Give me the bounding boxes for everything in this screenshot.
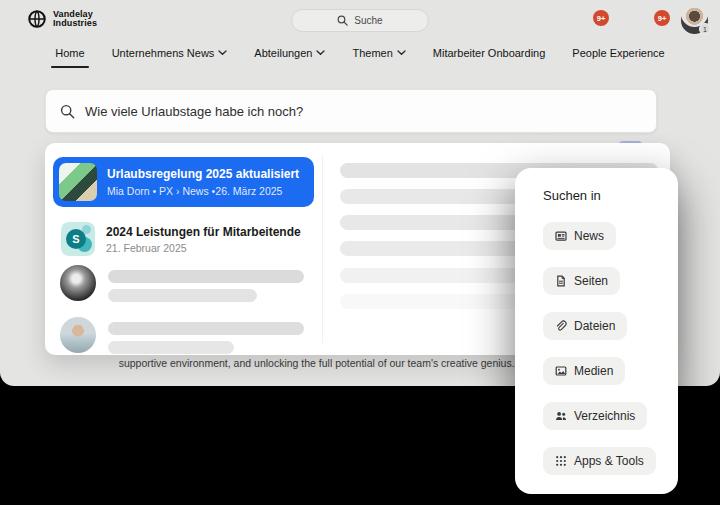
skeleton-bar xyxy=(108,270,304,283)
nav-item-home[interactable]: Home xyxy=(55,47,84,59)
directory-icon xyxy=(555,410,567,422)
search-icon xyxy=(60,104,75,119)
avatar-count-badge: 1 xyxy=(699,23,711,35)
filter-panel-title: Suchen in xyxy=(543,188,601,203)
filter-chip-dateien[interactable]: Dateien xyxy=(543,312,627,340)
header-search-button[interactable]: Suche xyxy=(291,9,429,32)
skeleton-bar xyxy=(108,289,257,302)
search-filter-panel: Suchen in News Seiten xyxy=(515,168,678,494)
main-nav: Home Unternehmens News Abteilungen Theme… xyxy=(0,47,720,59)
nav-item-unternehmens-news[interactable]: Unternehmens News xyxy=(112,47,228,59)
avatar[interactable] xyxy=(60,265,96,301)
brand-name: Vandelay Industries xyxy=(53,10,97,29)
search-query-text: Wie viele Urlaubstage habe ich noch? xyxy=(85,104,303,119)
result-thumbnail xyxy=(59,163,97,201)
chevron-down-icon xyxy=(316,50,325,56)
media-icon xyxy=(555,365,567,377)
desktop-background: Vandelay Industries Suche 9+ 9+ 1 Home U… xyxy=(0,0,720,505)
result-date: 21. Februar 2025 xyxy=(106,242,301,254)
filter-chip-news[interactable]: News xyxy=(543,222,616,250)
nav-item-people-experience[interactable]: People Experience xyxy=(572,47,664,59)
page-icon xyxy=(555,275,567,287)
avatar[interactable] xyxy=(60,317,96,353)
paperclip-icon xyxy=(555,320,567,332)
filter-chip-list: News Seiten Dateien xyxy=(543,222,656,475)
result-item-selected[interactable]: Urlaubsregelung 2025 aktualisiert Mia Do… xyxy=(53,157,314,207)
search-icon xyxy=(337,15,348,26)
filter-chip-medien[interactable]: Medien xyxy=(543,357,625,385)
nav-item-abteilungen[interactable]: Abteilungen xyxy=(254,47,325,59)
notification-badge[interactable]: 9+ xyxy=(593,10,609,26)
column-divider xyxy=(322,155,323,343)
chevron-down-icon xyxy=(218,50,227,56)
messages-badge[interactable]: 9+ xyxy=(654,10,670,26)
nav-item-themen[interactable]: Themen xyxy=(352,47,405,59)
filter-chip-seiten[interactable]: Seiten xyxy=(543,267,620,295)
skeleton-bar xyxy=(108,341,234,354)
skeleton-bar xyxy=(108,322,304,335)
filter-chip-apps-tools[interactable]: Apps & Tools xyxy=(543,447,656,475)
result-title: Urlaubsregelung 2025 aktualisiert xyxy=(107,167,299,182)
nav-item-mitarbeiter-onboarding[interactable]: Mitarbeiter Onboarding xyxy=(433,47,546,59)
sharepoint-icon: S xyxy=(61,222,95,256)
result-item-file[interactable]: S 2024 Leistungen für Mitarbeitende 21. … xyxy=(53,215,314,263)
grid-icon xyxy=(555,455,567,467)
globe-icon xyxy=(27,9,47,29)
filter-chip-verzeichnis[interactable]: Verzeichnis xyxy=(543,402,647,430)
news-icon xyxy=(555,230,567,242)
search-input[interactable]: Wie viele Urlaubstage habe ich noch? xyxy=(45,89,657,133)
user-avatar[interactable]: 1 xyxy=(681,7,708,34)
result-title: 2024 Leistungen für Mitarbeitende xyxy=(106,225,301,239)
result-meta: Mia Dorn • PX › News •26. März 2025 xyxy=(107,185,299,197)
brand-logo[interactable]: Vandelay Industries xyxy=(27,9,97,29)
chevron-down-icon xyxy=(397,50,406,56)
header-search-label: Suche xyxy=(354,15,382,26)
